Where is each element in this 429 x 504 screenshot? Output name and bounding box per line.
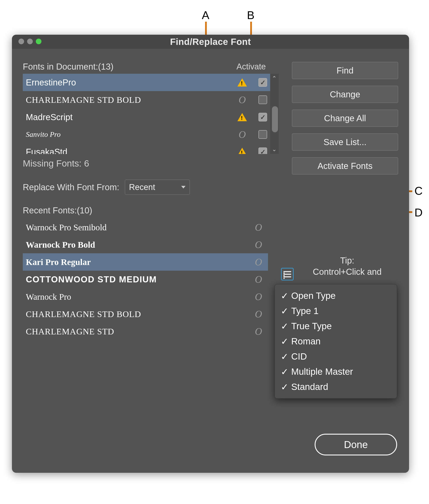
activate-checkbox[interactable] [259,78,267,87]
scrollbar-track[interactable]: ⌃ ⌄ [270,74,279,154]
callout-b-label: B [247,9,255,22]
find-replace-font-dialog: Find/Replace Font Fonts in Document:(13)… [12,35,409,473]
font-name-label: ErnestinePro [26,78,235,87]
opentype-icon: O [239,94,246,106]
font-type-indicator: O [235,94,250,106]
check-icon: ✓ [281,366,287,377]
filter-menu-label: Type 1 [291,306,319,316]
filter-menu-label: Roman [291,336,321,347]
font-name-label: MadreScript [26,112,235,122]
filter-menu-label: Standard [291,382,328,392]
activate-fonts-button[interactable]: Activate Fonts [292,157,398,174]
find-button[interactable]: Find [292,62,398,79]
font-type-filter-menu[interactable]: ✓Open Type✓Type 1✓True Type✓Roman✓CID✓Mu… [275,284,397,399]
missing-font-indicator [235,78,250,87]
filter-menu-item[interactable]: ✓True Type [275,319,397,334]
check-icon: ✓ [281,321,287,332]
fonts-in-doc-label: Fonts in Document:(13) [23,62,114,72]
opentype-icon: O [252,274,265,285]
save-list-button[interactable]: Save List... [292,133,398,151]
warning-icon [237,78,247,87]
filter-fonts-button[interactable] [281,268,294,280]
filter-menu-item[interactable]: ✓Standard [275,379,397,394]
replace-source-value: Recent [129,182,155,192]
opentype-icon: O [252,326,265,337]
opentype-icon: O [252,291,265,303]
done-button[interactable]: Done [315,434,397,455]
filter-menu-item[interactable]: ✓CID [275,349,397,364]
recent-font-row[interactable]: CHARLEMAGNE STD BOLDO [23,305,268,323]
replace-with-row: Replace With Font From: Recent [23,180,398,195]
scrollbar-thumb[interactable] [272,106,278,132]
zoom-window-icon[interactable] [36,39,41,44]
callout-d-label: D [414,206,423,219]
dialog-body: Fonts in Document:(13) Activate Ernestin… [12,49,409,473]
check-icon: ✓ [281,336,287,347]
change-all-button[interactable]: Change All [292,110,398,127]
filter-menu-label: CID [291,351,307,362]
close-window-icon[interactable] [18,39,24,44]
doc-font-row[interactable]: MadreScript [23,108,279,126]
filter-menu-item[interactable]: ✓Open Type [275,288,397,304]
filter-menu-item[interactable]: ✓Roman [275,334,397,349]
window-controls [18,39,41,44]
change-button[interactable]: Change [292,86,398,103]
callout-c-label: C [414,184,423,197]
replace-with-label: Replace With Font From: [23,182,119,192]
check-icon: ✓ [281,351,287,362]
filter-icon [283,271,291,272]
filter-menu-item[interactable]: ✓Multiple Master [275,364,397,379]
document-fonts-list[interactable]: ErnestineProCHARLEMAGNE STD BOLDOMadreSc… [23,74,279,154]
doc-font-row[interactable]: ErnestinePro [23,74,279,91]
check-icon: ✓ [281,382,287,392]
filter-menu-label: Open Type [291,291,336,301]
missing-font-indicator [235,148,250,154]
opentype-icon: O [239,129,246,140]
warning-icon [237,113,247,121]
doc-font-row[interactable]: FusakaStd [23,143,279,154]
minimize-window-icon[interactable] [27,39,33,44]
recent-font-row[interactable]: Warnock Pro SemiboldO [23,219,268,236]
fonts-in-doc-header: Fonts in Document:(13) Activate [23,62,279,72]
tip-line: Control+Click and [296,266,398,277]
filter-icon [283,276,291,277]
font-name-label: COTTONWOOD STD MEDIUM [26,275,252,284]
dialog-title: Find/Replace Font [170,37,251,47]
doc-font-row[interactable]: Sanvito ProO [23,126,279,143]
font-name-label: CHARLEMAGNE STD BOLD [26,309,252,319]
filter-icon [283,274,291,275]
font-name-label: CHARLEMAGNE STD [26,326,252,337]
recent-font-row[interactable]: CHARLEMAGNE STDO [23,323,268,340]
replace-source-dropdown[interactable]: Recent [125,180,190,195]
font-name-label: Sanvito Pro [26,130,235,139]
recent-fonts-list[interactable]: Warnock Pro SemiboldOWarnock Pro BoldOKa… [23,219,268,340]
activate-checkbox[interactable] [259,148,267,154]
doc-font-row[interactable]: CHARLEMAGNE STD BOLDO [23,91,279,108]
recent-font-row[interactable]: COTTONWOOD STD MEDIUMO [23,271,268,288]
recent-font-row[interactable]: Kari Pro RegularO [23,253,268,271]
check-icon: ✓ [281,291,287,301]
filter-menu-label: True Type [291,321,332,331]
opentype-icon: O [252,308,265,320]
opentype-icon: O [252,256,265,268]
warning-icon [237,148,247,154]
filter-menu-label: Multiple Master [291,366,353,377]
font-type-indicator: O [235,129,250,140]
recent-font-row[interactable]: Warnock ProO [23,288,268,305]
font-name-label: CHARLEMAGNE STD BOLD [26,95,235,105]
titlebar: Find/Replace Font [12,35,409,49]
side-button-column: Find Change Change All Save List... Acti… [292,62,398,174]
activate-checkbox[interactable] [259,96,267,104]
callout-a-label: A [202,9,209,22]
scroll-down-icon[interactable]: ⌄ [272,146,277,153]
font-name-label: Warnock Pro Bold [26,240,252,250]
font-name-label: Warnock Pro [26,292,252,302]
missing-font-indicator [235,113,250,121]
activate-checkbox[interactable] [259,130,267,139]
font-name-label: FusakaStd [26,147,235,154]
scroll-up-icon[interactable]: ⌃ [272,75,277,82]
check-icon: ✓ [281,306,287,316]
filter-menu-item[interactable]: ✓Type 1 [275,304,397,319]
recent-font-row[interactable]: Warnock Pro BoldO [23,236,268,253]
activate-checkbox[interactable] [259,113,267,122]
